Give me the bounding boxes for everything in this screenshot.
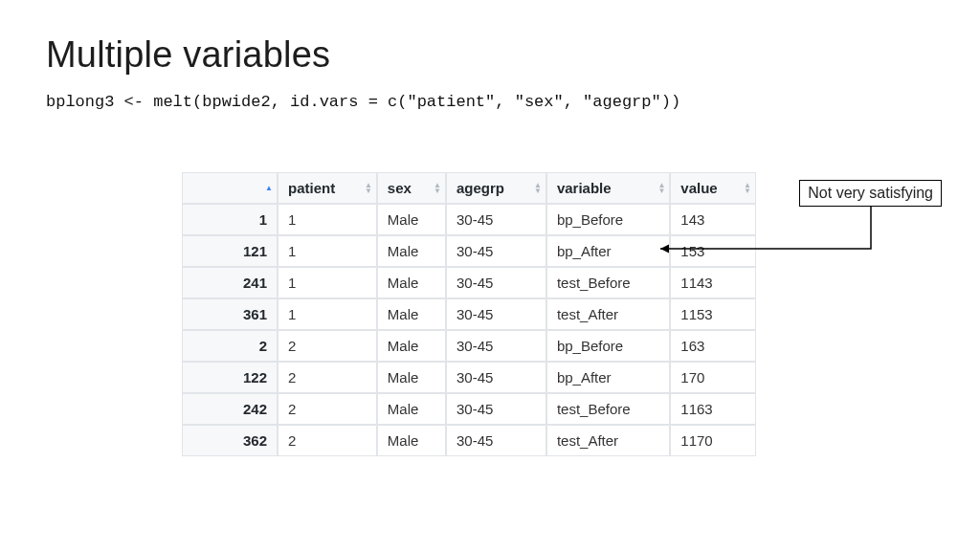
row-index: 361	[182, 298, 278, 330]
row-index: 122	[182, 362, 278, 393]
cell-value: 163	[670, 330, 756, 362]
cell-value: 1153	[670, 298, 756, 330]
cell-agegrp: 30-45	[446, 393, 546, 425]
col-header-label: value	[680, 180, 717, 196]
row-index: 121	[182, 235, 278, 267]
cell-agegrp: 30-45	[446, 362, 546, 393]
col-header-label: variable	[557, 180, 612, 196]
cell-agegrp: 30-45	[446, 204, 546, 235]
table-row: 2 2 Male 30-45 bp_Before 163	[182, 330, 756, 362]
table-row: 1 1 Male 30-45 bp_Before 143	[182, 204, 756, 235]
sort-icon: ▲▼	[365, 183, 372, 194]
sort-icon: ▲▼	[657, 183, 665, 194]
col-header-label: sex	[388, 180, 412, 196]
table-row: 362 2 Male 30-45 test_After 1170	[182, 425, 756, 456]
cell-value: 1163	[670, 393, 756, 425]
row-index: 2	[182, 330, 278, 362]
cell-variable: bp_After	[546, 235, 670, 267]
cell-value: 153	[670, 235, 756, 267]
col-header-variable[interactable]: variable ▲▼	[546, 172, 670, 204]
slide: Multiple variables bplong3 <- melt(bpwid…	[0, 0, 980, 551]
sort-icon: ▲▼	[744, 183, 751, 194]
table-row: 241 1 Male 30-45 test_Before 1143	[182, 267, 756, 298]
sort-icon: ▲	[265, 186, 273, 191]
table-row: 122 2 Male 30-45 bp_After 170	[182, 362, 756, 393]
cell-patient: 2	[278, 362, 377, 393]
cell-value: 143	[670, 204, 756, 235]
cell-sex: Male	[377, 393, 446, 425]
col-header-label: agegrp	[457, 180, 504, 196]
cell-variable: test_Before	[546, 267, 670, 298]
cell-agegrp: 30-45	[446, 425, 546, 456]
col-header-patient[interactable]: patient ▲▼	[278, 172, 377, 204]
cell-sex: Male	[377, 235, 446, 267]
table-row: 361 1 Male 30-45 test_After 1153	[182, 298, 756, 330]
sort-icon: ▲▼	[434, 183, 441, 194]
page-title: Multiple variables	[46, 34, 934, 76]
row-index: 242	[182, 393, 278, 425]
cell-variable: test_After	[546, 425, 670, 456]
sort-icon: ▲▼	[534, 183, 542, 194]
cell-value: 1143	[670, 267, 756, 298]
annotation-box: Not very satisfying	[799, 180, 942, 207]
cell-patient: 1	[278, 204, 377, 235]
cell-sex: Male	[377, 330, 446, 362]
cell-value: 1170	[670, 425, 756, 456]
col-header-rownames[interactable]: ▲	[182, 172, 278, 204]
table-body: 1 1 Male 30-45 bp_Before 143 121 1 Male …	[182, 204, 756, 456]
row-index: 362	[182, 425, 278, 456]
cell-patient: 2	[278, 393, 377, 425]
cell-patient: 2	[278, 425, 377, 456]
cell-agegrp: 30-45	[446, 330, 546, 362]
cell-patient: 2	[278, 330, 377, 362]
cell-patient: 1	[278, 235, 377, 267]
cell-variable: test_Before	[546, 393, 670, 425]
table-row: 121 1 Male 30-45 bp_After 153	[182, 235, 756, 267]
data-table: ▲ patient ▲▼ sex ▲▼ agegrp ▲▼	[182, 172, 756, 456]
cell-sex: Male	[377, 362, 446, 393]
col-header-sex[interactable]: sex ▲▼	[377, 172, 446, 204]
cell-sex: Male	[377, 267, 446, 298]
table-row: 242 2 Male 30-45 test_Before 1163	[182, 393, 756, 425]
cell-variable: bp_Before	[546, 330, 670, 362]
cell-patient: 1	[278, 267, 377, 298]
cell-patient: 1	[278, 298, 377, 330]
cell-sex: Male	[377, 298, 446, 330]
cell-agegrp: 30-45	[446, 267, 546, 298]
row-index: 241	[182, 267, 278, 298]
code-block: bplong3 <- melt(bpwide2, id.vars = c("pa…	[46, 93, 934, 111]
cell-variable: test_After	[546, 298, 670, 330]
cell-variable: bp_Before	[546, 204, 670, 235]
table-header-row: ▲ patient ▲▼ sex ▲▼ agegrp ▲▼	[182, 172, 756, 204]
cell-variable: bp_After	[546, 362, 670, 393]
col-header-label: patient	[288, 180, 335, 196]
col-header-agegrp[interactable]: agegrp ▲▼	[446, 172, 546, 204]
cell-sex: Male	[377, 204, 446, 235]
data-table-container: ▲ patient ▲▼ sex ▲▼ agegrp ▲▼	[182, 172, 756, 456]
cell-agegrp: 30-45	[446, 235, 546, 267]
cell-value: 170	[670, 362, 756, 393]
row-index: 1	[182, 204, 278, 235]
cell-sex: Male	[377, 425, 446, 456]
col-header-value[interactable]: value ▲▼	[670, 172, 756, 204]
annotation-text: Not very satisfying	[808, 185, 933, 201]
cell-agegrp: 30-45	[446, 298, 546, 330]
